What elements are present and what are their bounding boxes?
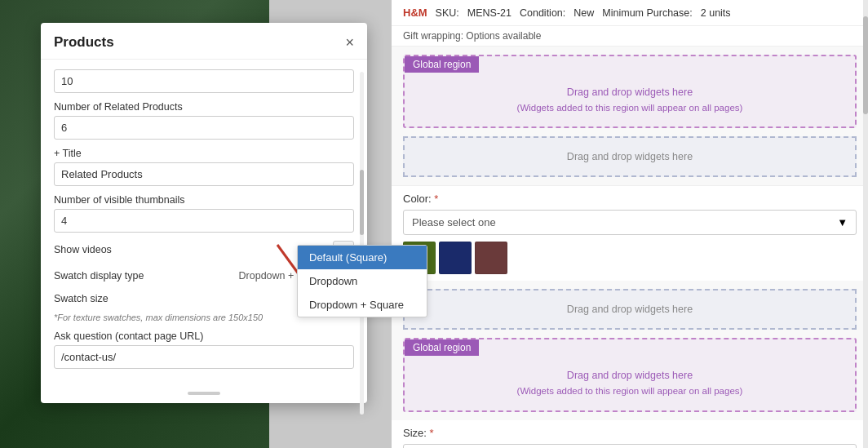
drag-drop-subtext-2: (Widgets added to this region will appea… [416,384,844,398]
dropdown-item-dropdown[interactable]: Dropdown [298,269,427,293]
drag-drop-area-2[interactable]: Drag and drop widgets here (Widgets adde… [405,356,855,410]
sku-value: MENS-21 [467,7,512,19]
drag-drop-plain-1[interactable]: Drag and drop widgets here [403,136,857,177]
drag-drop-plain-text-1: Drag and drop widgets here [567,151,693,162]
show-videos-label: Show videos [54,244,112,255]
swatch-navy[interactable] [439,242,472,274]
drag-drop-subtext-1: (Widgets added to this region will appea… [416,100,844,115]
drag-drop-text-1: Drag and drop widgets here [416,84,844,100]
swatch-type-dropdown: Default (Square) Dropdown Dropdown + Squ… [297,245,427,317]
color-select-row[interactable]: Please select one ▼ [403,210,857,235]
ask-question-group: Ask question (contact page URL) [54,330,354,369]
drag-handle[interactable] [188,392,220,395]
panel-title: Products [54,34,114,51]
right-panel: H&M SKU: MENS-21 Condition: New Minimum … [392,0,868,448]
color-required-star: * [434,193,438,205]
color-label: Color: * [403,193,857,205]
min-purchase-label: Minimum Purchase: [602,7,692,19]
panel-header: Products × [41,23,367,60]
global-region-1: Global region Drag and drop widgets here… [403,55,857,128]
global-region-label-1: Global region [405,56,479,73]
size-section: Size: * Choose Options... ▼ [392,420,868,448]
related-count-group [54,69,354,93]
condition-label: Condition: [520,7,565,19]
visible-thumbnails-group: Number of visible thumbnails [54,194,354,233]
dropdown-item-dropdown-square[interactable]: Dropdown + Square [298,293,427,317]
visible-thumbnails-label: Number of visible thumbnails [54,194,354,206]
gift-wrapping-text: Gift wrapping: Options available [403,30,541,42]
gift-wrapping-bar: Gift wrapping: Options available [392,26,868,47]
size-label: Size: * [403,427,857,439]
global-region-label-2: Global region [405,339,479,356]
panel-scrollbar[interactable] [360,72,364,415]
swatch-burgundy[interactable] [475,242,507,274]
sku-label: SKU: [436,7,459,19]
products-panel: Products × Number of Related Products + … [41,23,367,403]
product-info-bar: H&M SKU: MENS-21 Condition: New Minimum … [392,0,868,26]
size-input-row[interactable]: Choose Options... ▼ [403,444,857,448]
color-dropdown-chevron: ▼ [837,216,848,228]
min-purchase-value: 2 units [701,7,731,19]
color-swatches [403,242,857,274]
color-section: Color: * Please select one ▼ [392,185,868,281]
brand-name[interactable]: H&M [403,7,427,19]
condition-value: New [574,7,594,19]
num-related-input[interactable] [54,116,354,140]
title-group: + Title [54,148,354,186]
swatch-display-label: Swatch display type [54,270,144,282]
visible-thumbnails-input[interactable] [54,209,354,233]
ask-question-label: Ask question (contact page URL) [54,330,354,342]
drag-drop-plain-2[interactable]: Drag and drop widgets here [403,289,857,330]
size-required-star: * [430,427,434,439]
texture-note-text: *For texture swatches, max dimensions ar… [54,313,263,322]
right-scrollbar-thumb [863,16,868,114]
color-select-placeholder: Please select one [412,216,496,228]
global-region-2: Global region Drag and drop widgets here… [403,338,857,411]
num-related-label: Number of Related Products [54,101,354,113]
close-button[interactable]: × [345,35,354,50]
title-label: + Title [54,148,354,159]
drag-drop-plain-text-2: Drag and drop widgets here [567,304,693,315]
num-related-group: Number of Related Products [54,101,354,140]
right-scrollbar[interactable] [863,0,868,448]
ask-question-input[interactable] [54,345,354,369]
swatch-size-label: Swatch size [54,293,108,304]
dropdown-item-default-square[interactable]: Default (Square) [298,246,427,269]
panel-body: Number of Related Products + Title Numbe… [41,60,367,387]
related-count-input[interactable] [54,69,354,93]
title-input[interactable] [54,162,354,186]
drag-drop-text-2: Drag and drop widgets here [416,367,844,384]
panel-scrollbar-thumb [360,170,364,235]
drag-drop-area-1[interactable]: Drag and drop widgets here (Widgets adde… [405,73,855,126]
panel-footer [41,387,367,403]
